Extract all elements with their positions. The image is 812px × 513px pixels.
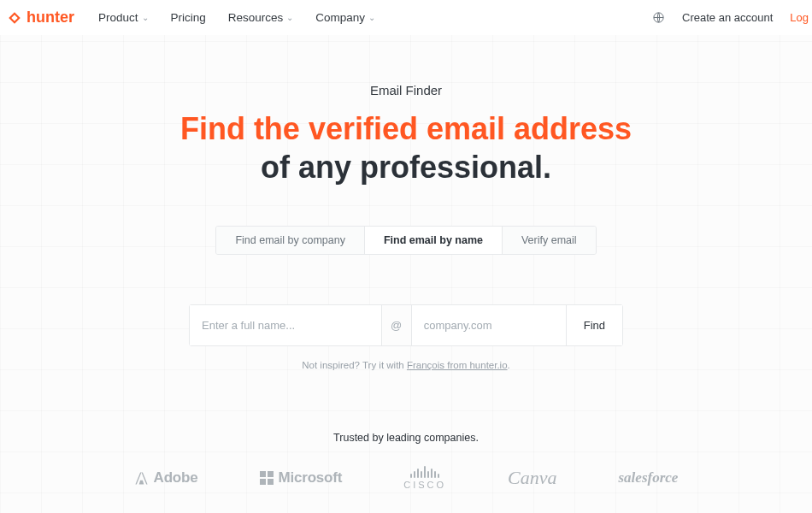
domain-input[interactable] [412, 305, 566, 345]
cisco-label: CISCO [403, 480, 446, 490]
brand-canva: Canva [508, 467, 556, 489]
nav-company[interactable]: Company ⌄ [315, 11, 375, 24]
tab-verify-email[interactable]: Verify email [503, 227, 596, 254]
brand-microsoft: Microsoft [260, 469, 343, 486]
nav-resources[interactable]: Resources ⌄ [228, 11, 294, 24]
logo-icon [7, 10, 22, 26]
nav-product[interactable]: Product ⌄ [98, 11, 149, 24]
find-button[interactable]: Find [566, 305, 622, 345]
trusted-by-line: Trusted by leading companies. [0, 432, 812, 444]
example-tip: Not inspired? Try it with François from … [0, 360, 812, 370]
tip-suffix: . [508, 360, 510, 370]
cisco-icon [410, 466, 439, 478]
tab-find-by-name[interactable]: Find email by name [365, 227, 503, 254]
primary-nav: Product ⌄ Pricing Resources ⌄ Company ⌄ [98, 11, 652, 24]
hero-headline: Find the verified email address of any p… [0, 109, 812, 186]
name-input[interactable] [190, 305, 381, 345]
headline-highlight: Find the verified email address [0, 109, 812, 148]
hero-kicker: Email Finder [0, 83, 812, 97]
chevron-down-icon: ⌄ [368, 13, 375, 22]
nav-product-label: Product [98, 11, 138, 24]
nav-pricing[interactable]: Pricing [171, 11, 206, 24]
tip-link[interactable]: François from hunter.io [407, 360, 508, 370]
brand-cisco: CISCO [403, 466, 446, 490]
header: hunter Product ⌄ Pricing Resources ⌄ Com… [0, 0, 812, 35]
trusted-logos: Adobe Microsoft CISCO Canva salesforce [0, 466, 812, 490]
hero: Email Finder Find the verified email add… [0, 35, 812, 490]
chevron-down-icon: ⌄ [286, 13, 293, 22]
brand-salesforce: salesforce [619, 469, 679, 486]
tip-prefix: Not inspired? Try it with [302, 360, 407, 370]
microsoft-icon [260, 471, 274, 485]
login-link[interactable]: Log [790, 11, 809, 24]
tab-find-by-company[interactable]: Find email by company [216, 227, 365, 254]
headline-sub: of any professional. [0, 148, 812, 186]
search-tabs: Find email by company Find email by name… [215, 226, 596, 255]
brand-name: hunter [26, 9, 74, 27]
globe-icon[interactable] [652, 11, 665, 24]
search-row: @ Find [189, 304, 623, 346]
brand-adobe: Adobe [134, 469, 198, 486]
nav-resources-label: Resources [228, 11, 284, 24]
microsoft-label: Microsoft [279, 469, 343, 486]
at-separator: @ [381, 305, 412, 345]
brand-logo[interactable]: hunter [7, 9, 74, 27]
create-account-link[interactable]: Create an account [682, 11, 773, 24]
adobe-label: Adobe [154, 469, 198, 486]
chevron-down-icon: ⌄ [142, 13, 149, 22]
nav-company-label: Company [315, 11, 365, 24]
adobe-icon [134, 471, 149, 486]
right-nav: Create an account Log [652, 11, 812, 24]
nav-pricing-label: Pricing [171, 11, 206, 24]
